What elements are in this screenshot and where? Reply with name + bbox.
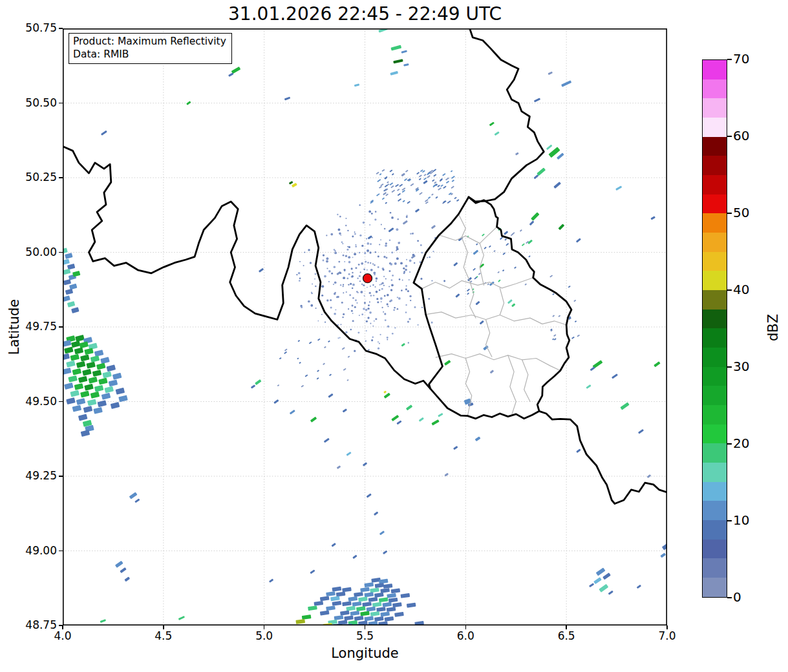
clutter-dot bbox=[359, 280, 361, 282]
y-tick-mark bbox=[59, 103, 63, 103]
echo-streak bbox=[178, 616, 185, 620]
clutter-dot bbox=[355, 267, 357, 269]
clutter-dot bbox=[352, 236, 354, 238]
clutter-dot bbox=[391, 284, 394, 286]
clutter-dot bbox=[366, 330, 367, 331]
speckle-echo bbox=[385, 202, 388, 204]
clutter-dot bbox=[379, 244, 380, 245]
echo-streak bbox=[593, 577, 602, 584]
speckle-echo bbox=[482, 234, 485, 236]
speckle-echo bbox=[433, 174, 436, 176]
echo-streak bbox=[393, 59, 403, 63]
clutter-dot bbox=[367, 287, 368, 288]
clutter-dot bbox=[432, 251, 434, 252]
clutter-dot bbox=[375, 286, 376, 288]
clutter-dot bbox=[420, 244, 422, 246]
echo-cell bbox=[78, 376, 88, 383]
echo-cell bbox=[84, 384, 94, 391]
clutter-dot bbox=[367, 308, 369, 310]
echo-streak bbox=[576, 238, 581, 242]
speckle-echo bbox=[451, 170, 453, 172]
clutter-dot bbox=[299, 280, 301, 282]
speckle-echo bbox=[284, 349, 288, 352]
clutter-dot bbox=[387, 303, 389, 305]
clutter-dot bbox=[356, 244, 357, 246]
clutter-dot bbox=[354, 231, 356, 233]
speckle-echo bbox=[493, 250, 495, 252]
clutter-dot bbox=[350, 329, 352, 331]
clutter-dot bbox=[354, 306, 356, 308]
clutter-dot bbox=[396, 228, 398, 231]
echo-cell bbox=[72, 405, 82, 412]
speckle-echo bbox=[454, 197, 456, 200]
x-tick-label: 4.0 bbox=[40, 629, 85, 642]
speckle-echo bbox=[438, 187, 442, 191]
clutter-dot bbox=[321, 285, 324, 288]
speckle-echo bbox=[525, 284, 527, 286]
speckle-echo bbox=[376, 193, 380, 196]
clutter-dot bbox=[346, 291, 347, 293]
echo-streak bbox=[251, 384, 255, 388]
echo-streak bbox=[654, 361, 660, 367]
clutter-dot bbox=[371, 339, 373, 341]
clutter-dot bbox=[339, 272, 341, 274]
speckle-echo bbox=[402, 187, 406, 191]
clutter-dot bbox=[392, 275, 394, 277]
clutter-dot bbox=[354, 350, 356, 352]
speckle-echo bbox=[446, 181, 449, 184]
clutter-dot bbox=[348, 273, 350, 275]
echo-streak bbox=[586, 384, 591, 389]
speckle-echo bbox=[489, 246, 491, 248]
y-tick-mark bbox=[59, 28, 63, 28]
speckle-echo bbox=[520, 229, 522, 232]
clutter-dot bbox=[356, 291, 358, 293]
clutter-dot bbox=[343, 286, 344, 287]
clutter-dot bbox=[369, 292, 371, 294]
echo-cell bbox=[80, 390, 90, 397]
clutter-dot bbox=[369, 301, 370, 302]
colorbar-tick-mark bbox=[727, 520, 732, 521]
echo-streak bbox=[475, 301, 480, 306]
clutter-dot bbox=[348, 246, 350, 248]
echo-streak bbox=[401, 173, 405, 176]
clutter-dot bbox=[311, 291, 312, 293]
echo-streak bbox=[354, 83, 360, 87]
echo-streak bbox=[608, 591, 613, 595]
x-tick-label: 7.0 bbox=[644, 629, 690, 642]
echo-cell bbox=[65, 253, 72, 259]
clutter-dot bbox=[345, 331, 347, 333]
clutter-dot bbox=[352, 320, 354, 322]
echo-cell bbox=[63, 269, 70, 275]
echo-streak bbox=[557, 152, 564, 160]
speckle-echo bbox=[419, 192, 422, 195]
clutter-dot bbox=[334, 249, 335, 251]
echo-streak bbox=[638, 429, 644, 434]
echo-cell bbox=[111, 402, 120, 409]
speckle-echo bbox=[390, 169, 393, 172]
speckle-echo bbox=[301, 385, 304, 388]
country-border-france-belgium bbox=[63, 147, 431, 389]
radar-map-canvas bbox=[63, 28, 667, 625]
echo-streak bbox=[310, 569, 315, 574]
echo-cell bbox=[334, 615, 344, 620]
colorbar-segment bbox=[703, 60, 727, 79]
speckle-echo bbox=[522, 243, 525, 246]
speckle-echo bbox=[442, 173, 445, 176]
echo-streak bbox=[324, 438, 330, 443]
colorbar-segment bbox=[703, 501, 727, 520]
subdivision-border bbox=[500, 288, 504, 315]
colorbar-tick-mark bbox=[727, 289, 732, 290]
clutter-dot bbox=[343, 277, 345, 279]
clutter-dot bbox=[389, 240, 391, 242]
clutter-dot bbox=[326, 260, 328, 263]
colorbar-tick-label: 40 bbox=[733, 282, 749, 297]
clutter-dot bbox=[323, 260, 325, 262]
echo-streak bbox=[292, 183, 297, 187]
clutter-dot bbox=[391, 216, 394, 219]
speckle-echo bbox=[299, 362, 301, 364]
clutter-dot bbox=[352, 288, 354, 289]
colorbar-tick-mark bbox=[727, 366, 732, 367]
speckle-echo bbox=[346, 379, 348, 381]
speckle-echo bbox=[376, 172, 379, 174]
echo-streak bbox=[529, 220, 535, 226]
